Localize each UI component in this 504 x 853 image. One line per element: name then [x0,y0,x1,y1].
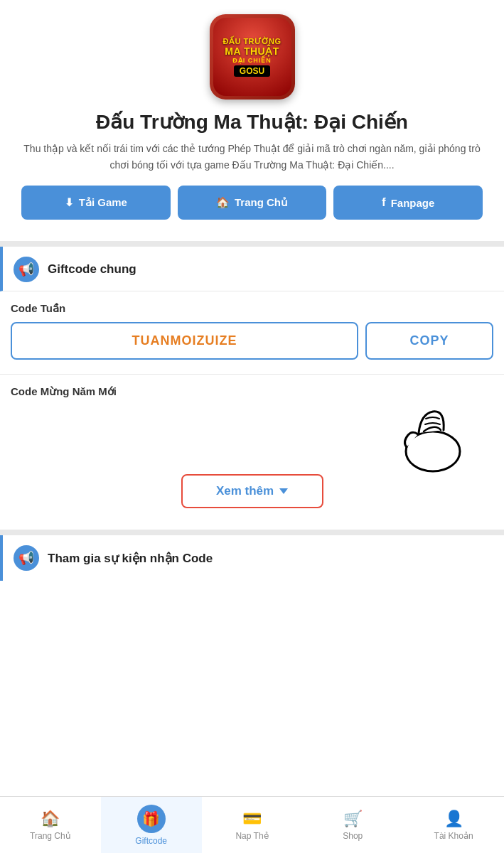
code-tuan-value: TUANMOIZUIZE [11,322,358,360]
card-nav-icon: 💳 [242,810,262,828]
home-button[interactable]: 🏠 Trang Chủ [178,186,327,220]
download-icon: ⬇ [65,196,74,209]
code-tuan-label: Code Tuần [11,302,493,315]
code-nam-label: Code Mừng Năm Mới [11,385,493,398]
code-nam-section: Code Mừng Năm Mới [0,375,504,522]
nav-tai-khoan-label: Tài Khoản [434,831,473,841]
download-label: Tải Game [79,196,127,209]
bottom-nav: 🏠 Trang Chủ 🎁 Giftcode 💳 Nap Thẻ 🛒 Shop … [0,796,504,853]
app-icon-line3: ĐẠI CHIẾN [232,57,272,64]
app-title: Đấu Trường Ma Thuật: Đại Chiến [96,109,408,135]
home-nav-icon: 🏠 [41,810,60,828]
nav-trang-chu[interactable]: 🏠 Trang Chủ [0,797,101,853]
section-divider-2 [0,530,504,535]
xem-them-label: Xem thêm [216,484,274,498]
action-buttons: ⬇ Tải Game 🏠 Trang Chủ f Fanpage [14,186,490,220]
chevron-down-icon [279,488,288,494]
giftcode-section-header: 📢 Giftcode chung [0,247,504,291]
section-divider-1 [0,241,504,247]
nav-giftcode[interactable]: 🎁 Giftcode [101,797,202,853]
shop-nav-icon: 🛒 [343,810,363,828]
event-section-title: Tham gia sự kiện nhận Code [48,551,213,566]
nav-nap-the[interactable]: 💳 Nap Thẻ [202,797,303,853]
hand-annotation [11,407,493,485]
app-icon-line2: MA THUẬT [225,45,279,57]
pointing-hand-svg [387,403,479,474]
download-button[interactable]: ⬇ Tải Game [21,186,171,220]
copy-button[interactable]: COPY [365,322,493,360]
code-tuan-section: Code Tuần TUANMOIZUIZE COPY [0,291,504,375]
nav-shop[interactable]: 🛒 Shop [302,797,403,853]
home-icon: 🏠 [216,196,230,209]
nav-tai-khoan[interactable]: 👤 Tài Khoản [403,797,504,853]
app-header: ĐẤU TRƯỜNG MA THUẬT ĐẠI CHIẾN GOSU Đấu T… [0,0,504,234]
fanpage-label: Fanpage [391,197,435,209]
nav-shop-label: Shop [343,831,363,841]
code-tuan-row: TUANMOIZUIZE COPY [11,322,493,360]
event-section-header: 📢 Tham gia sự kiện nhận Code [0,535,504,581]
giftcode-section-title: Giftcode chung [48,262,136,277]
giftcode-section: 📢 Giftcode chung Code Tuần TUANMOIZUIZE … [0,247,504,522]
fanpage-button[interactable]: f Fanpage [333,186,483,220]
gift-icon: 🎁 [142,810,160,827]
event-megaphone-icon: 📢 [14,545,39,571]
app-icon-gosu: GOSU [234,65,270,77]
app-icon: ĐẤU TRƯỜNG MA THUẬT ĐẠI CHIẾN GOSU [210,14,295,100]
account-nav-icon: 👤 [444,810,463,828]
home-label: Trang Chủ [235,196,288,209]
facebook-icon: f [382,195,386,210]
app-description: Thu thập và kết nối trái tim với các thẻ… [14,141,490,173]
app-icon-line1: ĐẤU TRƯỜNG [222,37,281,45]
megaphone-icon: 📢 [14,257,39,282]
nav-giftcode-label: Giftcode [135,836,167,846]
nav-trang-chu-label: Trang Chủ [30,831,71,841]
nav-nap-the-label: Nap Thẻ [235,831,268,841]
giftcode-active-icon: 🎁 [137,805,166,833]
